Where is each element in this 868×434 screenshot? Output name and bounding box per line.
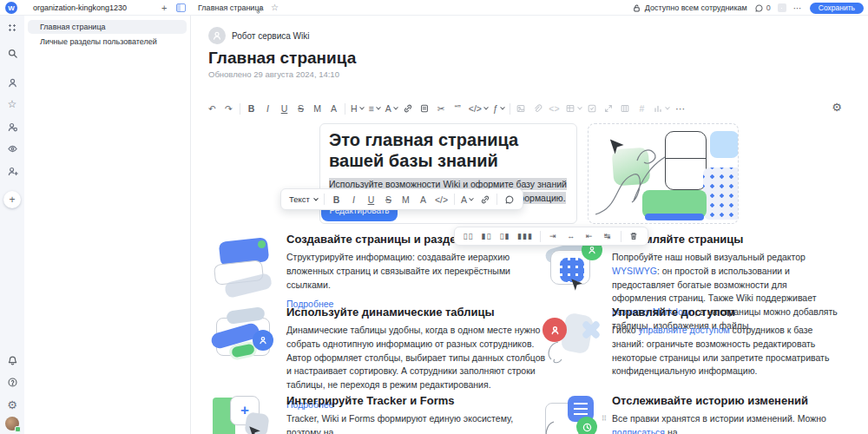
search-icon[interactable] — [6, 47, 18, 59]
breadcrumb-page-title[interactable]: Главная страница — [198, 3, 264, 12]
cursor-icon — [569, 278, 583, 292]
unlock-icon — [632, 3, 641, 13]
illustration-create-pages — [213, 236, 275, 299]
profile-icon[interactable] — [6, 76, 18, 89]
drag-handle-icon[interactable]: ⠿ — [602, 414, 607, 424]
updated-timestamp: Обновлено 29 августа 2024, 14:10 — [208, 69, 339, 79]
link-icon[interactable] — [403, 102, 414, 115]
help-icon[interactable] — [6, 376, 18, 388]
delete-block-icon[interactable] — [628, 229, 640, 243]
left-rail: ☆ + ⚙ — [0, 16, 24, 434]
topbar-actions: Доступно всем сотрудникам 0 ⋯ Сохранить — [632, 0, 868, 16]
section-title: Отслеживайте историю изменений — [612, 394, 865, 407]
author-avatar[interactable] — [208, 27, 226, 44]
comment-icon[interactable] — [503, 193, 515, 207]
toggle-sidebar-icon[interactable] — [176, 3, 186, 12]
shared-icon[interactable] — [6, 121, 18, 133]
squiggle-lines — [542, 410, 576, 434]
access-level[interactable]: Доступно всем сотрудникам — [632, 3, 747, 13]
underline-icon[interactable]: U — [279, 102, 290, 115]
invite-icon[interactable] — [6, 165, 18, 177]
bold-icon[interactable]: B — [331, 193, 342, 207]
insert-column-right-icon[interactable]: ▯▮ — [499, 229, 510, 243]
cut-icon[interactable]: ✂ — [436, 102, 447, 115]
comments-button[interactable]: 0 — [754, 3, 771, 13]
text-color-icon[interactable]: A — [385, 102, 398, 115]
widgets-icon — [778, 3, 786, 12]
status-badge — [15, 426, 21, 432]
illustration-integrate: + — [213, 396, 275, 434]
comments-count: 0 — [766, 3, 771, 12]
add-page-button[interactable]: + — [161, 0, 167, 16]
wysiwyg-link[interactable]: WYSIWYG — [612, 266, 657, 276]
bold-icon[interactable]: B — [246, 102, 257, 115]
sidebar-item-personal-sections[interactable]: Личные разделы пользователей — [28, 35, 187, 49]
subscribe-link[interactable]: подписаться — [612, 427, 665, 434]
watched-icon[interactable] — [6, 142, 18, 155]
cursor-icon — [608, 138, 625, 155]
squiggle-lines — [542, 333, 595, 365]
editor-settings-icon[interactable]: ⚙ — [832, 101, 842, 114]
redo-icon[interactable]: ↷ — [223, 102, 234, 115]
illustration-dynamic-tables — [213, 307, 275, 365]
wiki-logo[interactable]: W — [5, 2, 17, 14]
favorites-icon[interactable]: ☆ — [6, 98, 18, 110]
underline-icon[interactable]: U — [365, 193, 377, 207]
fixed-width-icon[interactable]: ↹ — [602, 229, 614, 243]
code-icon[interactable]: </> — [435, 193, 448, 207]
quote-icon[interactable]: “” — [452, 102, 464, 115]
list-icon[interactable]: ≡ — [369, 102, 380, 115]
anchor-icon: # — [636, 102, 648, 115]
formula-icon[interactable]: ƒ — [493, 102, 504, 115]
sidebar-item-main-page[interactable]: Главная страница — [28, 20, 187, 34]
monospace-icon[interactable]: M — [400, 193, 411, 207]
toolbar-more-icon[interactable]: ⋯ — [674, 102, 686, 115]
clear-format-icon[interactable]: A — [328, 102, 339, 115]
top-bar: W organization-kingkong1230 + Главная ст… — [0, 0, 868, 16]
favorite-star-icon[interactable]: ☆ — [271, 3, 279, 13]
settings-icon[interactable]: ⚙ — [6, 398, 18, 411]
editor-toolbar: ↶ ↷ B I U S M A H ≡ A ✂ “” </> ƒ — [207, 99, 686, 118]
cursor-icon — [247, 425, 261, 434]
copy-link-icon[interactable] — [255, 3, 264, 18]
table-icon — [565, 102, 582, 115]
fit-column-right-icon[interactable]: ⇥ — [548, 229, 559, 243]
illustration-manage-access — [542, 307, 605, 365]
clear-format-icon[interactable]: A — [418, 193, 429, 207]
italic-icon[interactable]: I — [348, 193, 359, 207]
text-color-icon[interactable]: A — [461, 193, 473, 207]
italic-icon[interactable]: I — [262, 102, 273, 115]
wiki-app: W organization-kingkong1230 + Главная ст… — [0, 0, 868, 434]
more-menu-button[interactable]: ⋯ — [793, 3, 803, 13]
section-title: Управляйте доступом — [612, 306, 841, 319]
hero-illustration[interactable] — [588, 123, 739, 224]
user-avatar[interactable] — [5, 417, 19, 431]
code-icon[interactable]: </> — [469, 102, 488, 115]
note-icon[interactable] — [419, 102, 431, 115]
table-toolbar: ▯▯ ▮▯ ▯▮ ▮▮▮ ⇥ ↔ ⇤ ↹ — [454, 227, 648, 246]
strikethrough-icon[interactable]: S — [295, 102, 306, 115]
doc-headline[interactable]: Это главная страница вашей базы знаний — [329, 130, 568, 171]
two-columns-icon[interactable]: ▯▯ — [463, 229, 474, 243]
notifications-icon[interactable] — [6, 354, 18, 366]
manage-access-link[interactable]: управляйте доступом — [638, 325, 729, 335]
author-row: Робот сервиса Wiki — [208, 27, 309, 44]
heading-icon[interactable]: H — [351, 102, 364, 115]
create-button[interactable]: + — [3, 191, 21, 208]
org-name[interactable]: organization-kingkong1230 — [33, 3, 127, 12]
link-icon[interactable] — [479, 193, 490, 207]
section-body: Гибко управляйте доступом сотрудников к … — [612, 324, 841, 378]
save-button[interactable]: Сохранить — [810, 3, 864, 14]
monospace-icon[interactable]: M — [312, 102, 323, 115]
columns-icon — [620, 102, 631, 115]
section-title: Интегрируйте Tracker и Forms — [286, 394, 549, 407]
author-name[interactable]: Робот сервиса Wiki — [232, 31, 309, 41]
split-columns-icon[interactable]: ▮▮▮ — [517, 229, 533, 243]
insert-column-left-icon[interactable]: ▮▯ — [481, 229, 492, 243]
distribute-columns-icon[interactable]: ↔ — [566, 229, 577, 243]
services-grid-icon[interactable] — [6, 22, 18, 34]
strikethrough-icon[interactable]: S — [383, 193, 394, 207]
undo-icon[interactable]: ↶ — [207, 102, 218, 115]
fit-column-left-icon[interactable]: ⇤ — [584, 229, 595, 243]
text-style-dropdown[interactable]: Текст — [289, 194, 318, 204]
